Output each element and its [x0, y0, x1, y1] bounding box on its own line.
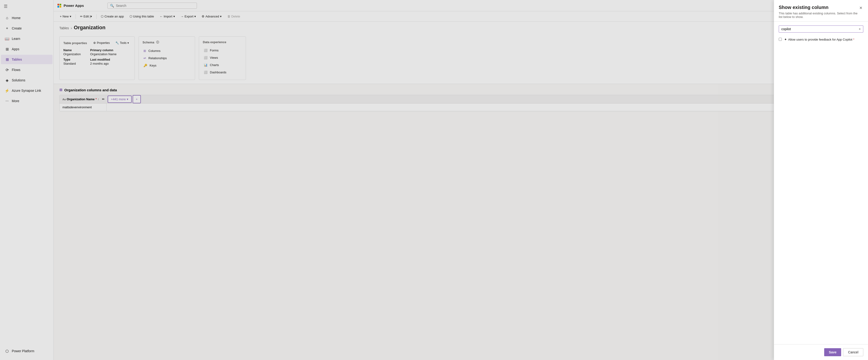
panel-footer: Save Cancel — [774, 344, 868, 360]
column-checkbox[interactable] — [779, 38, 782, 41]
column-label[interactable]: ✦ Allow users to provide feedback for Ap… — [784, 37, 854, 42]
panel-body: × ✦ Allow users to provide feedback for … — [774, 22, 868, 344]
panel-search-input[interactable] — [781, 27, 857, 31]
column-checkbox-row: ✦ Allow users to provide feedback for Ap… — [779, 36, 863, 43]
panel-search[interactable]: × — [779, 26, 863, 32]
overlay[interactable] — [0, 0, 868, 360]
panel-title: Show existing column — [779, 5, 858, 10]
copilot-icon: ✦ — [784, 37, 787, 42]
save-button[interactable]: Save — [824, 348, 841, 356]
panel-search-clear-button[interactable]: × — [859, 27, 861, 31]
cancel-button[interactable]: Cancel — [843, 348, 863, 356]
panel-close-button[interactable]: ✕ — [858, 5, 863, 11]
show-existing-column-panel: Show existing column This table has addi… — [774, 0, 868, 360]
panel-subtitle: This table has additional existing colum… — [779, 11, 858, 19]
required-indicator: * — [853, 38, 854, 41]
panel-header: Show existing column This table has addi… — [774, 0, 868, 22]
